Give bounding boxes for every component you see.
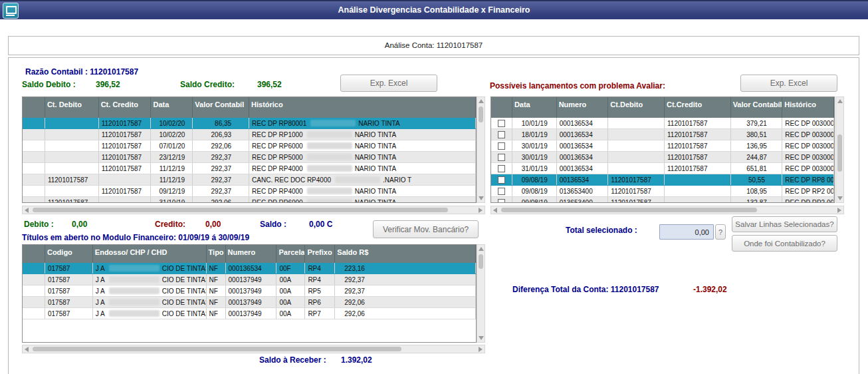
- export-excel-right-button[interactable]: Exp. Excel: [740, 75, 837, 92]
- row-checkbox[interactable]: [498, 120, 505, 127]
- column-header[interactable]: Data: [151, 97, 193, 118]
- cell-valor: 292,06: [193, 197, 249, 203]
- row-selector-cell: [491, 197, 512, 203]
- titulos-table-hscrollbar[interactable]: [22, 345, 485, 353]
- table-row[interactable]: 1120101758711/12/19292,37REC DP RP4000NA…: [23, 163, 476, 174]
- column-header[interactable]: Tipo: [207, 245, 226, 263]
- row-checkbox[interactable]: [498, 165, 505, 172]
- row-checkbox[interactable]: [498, 199, 505, 204]
- cell-ct_credito: 11201017587: [99, 140, 152, 151]
- vscroll-thumb[interactable]: [479, 254, 483, 269]
- table-row[interactable]: 1120101758711/12/19292,37CANC. REC DOC R…: [23, 174, 476, 186]
- column-header[interactable]: Histórico: [782, 97, 834, 118]
- row-checkbox[interactable]: [498, 142, 505, 150]
- scroll-down-icon[interactable]: [479, 336, 484, 340]
- vscroll-thumb[interactable]: [479, 106, 483, 122]
- scroll-up-icon[interactable]: [479, 247, 484, 251]
- table-row[interactable]: 30/01/1900013653411201017587244,87REC DP…: [491, 152, 834, 163]
- total-help-button[interactable]: ?: [715, 224, 726, 240]
- table-row[interactable]: 18/01/1900013653411201017587380,51REC DP…: [491, 129, 834, 140]
- hscroll-thumb[interactable]: [33, 347, 401, 351]
- column-header[interactable]: Ct.Credito: [665, 97, 731, 118]
- onde-foi-contabilizado-button[interactable]: Onde foi Contabilizado?: [732, 235, 837, 252]
- column-header[interactable]: Ct.Debito: [608, 97, 665, 118]
- column-header[interactable]: Ct. Debito: [45, 97, 99, 118]
- row-checkbox[interactable]: [498, 176, 505, 184]
- hscroll-thumb[interactable]: [501, 208, 757, 212]
- column-header[interactable]: Valor Contabíl: [193, 97, 249, 118]
- total-selecionado-input[interactable]: 0,00: [659, 224, 714, 240]
- row-checkbox[interactable]: [498, 154, 505, 161]
- column-header[interactable]: Endosso/ CHP / CHD: [93, 245, 207, 263]
- hscroll-thumb[interactable]: [33, 208, 448, 212]
- table-row[interactable]: 017587J ACIO DE TINTASNF00013794900ARP62…: [23, 297, 476, 308]
- cell-numero: 000136534: [226, 263, 277, 274]
- table-row[interactable]: 017587J ACIO DE TINTASNF00013794900ARP72…: [23, 308, 476, 319]
- table-row[interactable]: 09/08/19001365341120101758750,55REC DP R…: [491, 174, 834, 186]
- table-body: 1120101758710/02/2086,35REC DP RP80001NA…: [23, 118, 476, 203]
- scroll-up-icon[interactable]: [479, 99, 484, 103]
- possiveis-table-hscrollbar[interactable]: [490, 206, 844, 214]
- table-row[interactable]: 09/08/1901365340011201017587108,95REC DP…: [491, 186, 834, 197]
- titulos-table-vscrollbar[interactable]: [477, 244, 485, 343]
- column-header[interactable]: [23, 97, 45, 118]
- verificar-mov-bancario-button[interactable]: Verificar Mov. Bancário?: [373, 220, 479, 238]
- scroll-left-icon[interactable]: [25, 208, 29, 213]
- table-row[interactable]: 1120101758710/02/20206,93REC DP RP1000NA…: [23, 129, 476, 140]
- scroll-down-icon[interactable]: [479, 196, 484, 200]
- column-header[interactable]: [23, 245, 45, 263]
- razao-contabil-table: Ct. DebitoCt. CreditoDataValor ContabílH…: [22, 96, 477, 203]
- scroll-right-icon[interactable]: [479, 208, 483, 213]
- razao-table-vscrollbar[interactable]: [477, 96, 485, 203]
- cell-endosso: J ACIO DE TINTAS: [93, 274, 207, 285]
- table-row[interactable]: 1120101758723/12/19292,37REC DP RP5000NA…: [23, 152, 476, 163]
- table-row[interactable]: 09/08/1901365340011201017587132,87REC DP…: [491, 197, 834, 203]
- column-header[interactable]: Parcela: [276, 245, 305, 263]
- column-header[interactable]: Saldo R$: [335, 245, 476, 263]
- table-row[interactable]: 017587J ACIO DE TINTASNF00013794900ARP42…: [23, 274, 476, 285]
- razao-table-hscrollbar[interactable]: [22, 206, 485, 214]
- table-row[interactable]: 1120101758707/01/20292,06REC DP RP6000NA…: [23, 140, 476, 152]
- column-header[interactable]: Prefixo: [305, 245, 335, 263]
- row-checkbox[interactable]: [498, 131, 505, 138]
- table-row[interactable]: 30/01/1900013653411201017587136,95REC DP…: [491, 140, 834, 152]
- cell-ct_credito: [665, 197, 731, 203]
- cell-ct_debito: [608, 152, 665, 162]
- salvar-linhas-selecionadas-button[interactable]: Salvar Linhas Selecionadas?: [732, 216, 837, 232]
- cell-ct_credito: 11201017587: [99, 118, 152, 128]
- cell-saldo: 292,37: [335, 285, 476, 296]
- table-row[interactable]: 1120101758731/10/19292,06REC DP RP6000NA…: [23, 197, 476, 203]
- column-header[interactable]: Ct. Credito: [99, 97, 152, 118]
- table-row[interactable]: 31/01/1900013653411201017587651,81REC DP…: [491, 163, 834, 174]
- table-row[interactable]: 017587J ACIO DE TINTASNF00013653400FRP42…: [23, 263, 476, 274]
- cell-data: 23/12/19: [151, 152, 193, 162]
- table-row[interactable]: 1120101758710/02/2086,35REC DP RP80001NA…: [23, 118, 476, 129]
- row-checkbox[interactable]: [498, 188, 505, 195]
- vscroll-thumb[interactable]: [837, 134, 842, 172]
- scroll-up-icon[interactable]: [837, 99, 843, 103]
- cell-data: 10/02/20: [151, 129, 193, 140]
- cell-codigo: 017587: [45, 297, 93, 307]
- column-header[interactable]: Numero: [557, 97, 609, 118]
- table-row[interactable]: 017587J ACIO DE TINTASNF00013794900ARP52…: [23, 285, 476, 297]
- redacted-text-prefix: REC DP RP1000: [252, 131, 303, 138]
- column-header[interactable]: Data: [512, 97, 557, 118]
- column-header[interactable]: Numero: [226, 245, 277, 263]
- column-header[interactable]: [491, 97, 512, 118]
- table-row[interactable]: 1120101758709/12/19292,37REC DP RP4000NA…: [23, 186, 476, 197]
- column-header[interactable]: Codigo: [45, 245, 93, 263]
- scroll-left-icon[interactable]: [25, 347, 29, 352]
- export-excel-left-button[interactable]: Exp. Excel: [340, 75, 437, 92]
- redacted-text-prefix: CANC. REC DOC RP4000: [252, 176, 331, 184]
- scroll-right-icon[interactable]: [479, 347, 483, 352]
- possiveis-table-vscrollbar[interactable]: [835, 96, 844, 203]
- scroll-down-icon[interactable]: [837, 196, 843, 200]
- scroll-left-icon[interactable]: [493, 208, 497, 213]
- redacted-text-suffix: CIO DE TINTAS: [162, 276, 207, 283]
- column-header[interactable]: Histórico: [249, 97, 476, 118]
- table-row[interactable]: 10/01/1900013653411201017587379,21REC DP…: [491, 118, 834, 129]
- scroll-right-icon[interactable]: [837, 208, 841, 213]
- column-header[interactable]: Valor Contabíl: [731, 97, 783, 118]
- cell-numero: 000137949: [226, 274, 277, 285]
- cell-data: 11/12/19: [151, 163, 193, 174]
